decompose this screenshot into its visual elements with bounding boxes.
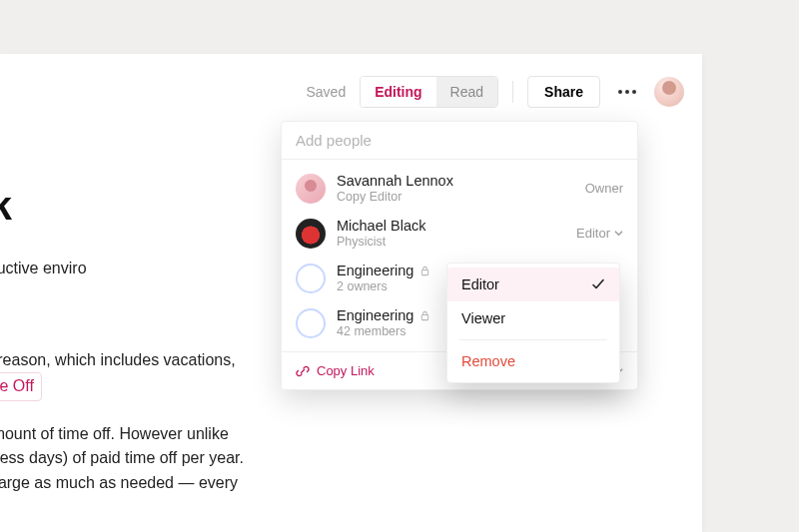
check-icon bbox=[591, 277, 605, 291]
permission-label: Owner bbox=[585, 181, 623, 196]
link-icon bbox=[296, 364, 310, 378]
mode-toggle: Editing Read bbox=[360, 76, 498, 108]
more-menu-button[interactable] bbox=[614, 86, 640, 98]
person-info: Savannah Lennox Copy Editor bbox=[337, 173, 574, 204]
share-person-row: Michael Black Physicist Editor bbox=[282, 211, 637, 256]
mode-editing-button[interactable]: Editing bbox=[361, 77, 435, 107]
chevron-down-icon bbox=[614, 229, 623, 238]
body-paragraph: allows for an unlimited amount of time o… bbox=[0, 422, 559, 496]
doc-link-chip[interactable]: Slab Time Off bbox=[0, 372, 42, 401]
permission-dropdown[interactable]: Editor bbox=[576, 226, 623, 241]
svg-rect-0 bbox=[422, 269, 428, 274]
person-info: Michael Black Physicist bbox=[337, 218, 565, 249]
role-dropdown-menu: Editor Viewer Remove bbox=[446, 263, 620, 383]
role-option-remove[interactable]: Remove bbox=[447, 344, 619, 378]
person-name: Michael Black bbox=[337, 218, 565, 234]
avatar bbox=[296, 174, 326, 204]
share-person-row: Savannah Lennox Copy Editor Owner bbox=[282, 166, 637, 211]
menu-divider bbox=[459, 339, 607, 340]
person-role: Physicist bbox=[337, 235, 565, 249]
role-option-editor[interactable]: Editor bbox=[447, 267, 619, 301]
team-avatar bbox=[296, 264, 326, 293]
copy-link-button[interactable]: Copy Link bbox=[296, 363, 375, 378]
app-window: Saved Editing Read Share Handbook health… bbox=[0, 54, 702, 532]
mode-read-button[interactable]: Read bbox=[436, 77, 497, 107]
saved-status: Saved bbox=[306, 84, 346, 100]
current-user-avatar[interactable] bbox=[654, 77, 684, 107]
role-option-viewer[interactable]: Viewer bbox=[447, 301, 619, 335]
topbar: Saved Editing Read Share bbox=[0, 76, 702, 108]
svg-rect-1 bbox=[422, 314, 428, 319]
person-name: Savannah Lennox bbox=[337, 173, 574, 189]
divider bbox=[512, 81, 513, 103]
doc-link-label: Slab Time Off bbox=[0, 374, 34, 399]
share-button[interactable]: Share bbox=[527, 76, 600, 108]
person-role: Copy Editor bbox=[337, 190, 574, 204]
share-search bbox=[282, 122, 637, 160]
avatar bbox=[296, 219, 326, 249]
lock-icon bbox=[419, 266, 430, 276]
team-avatar bbox=[296, 308, 326, 338]
add-people-input[interactable] bbox=[296, 132, 623, 149]
lock-icon bbox=[419, 310, 430, 321]
